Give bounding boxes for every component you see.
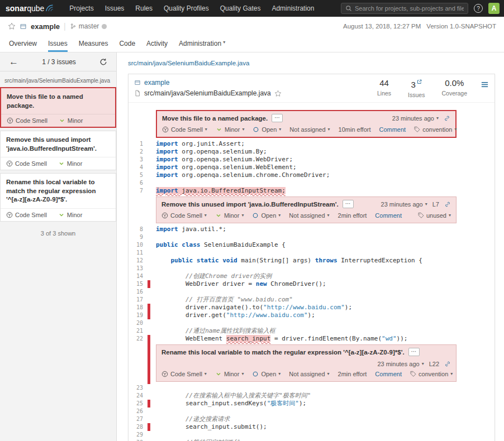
issue-status-dropdown[interactable]: Open▾ xyxy=(252,371,280,377)
nav-item-quality-profiles[interactable]: Quality Profiles xyxy=(158,0,215,17)
line-number[interactable]: 16 xyxy=(129,288,148,296)
tab-issues[interactable]: Issues xyxy=(42,36,73,52)
issue-more-actions-button[interactable]: ⋯ xyxy=(343,200,354,208)
nav-item-administration[interactable]: Administration xyxy=(266,0,320,17)
issue-location[interactable]: search_input xyxy=(226,335,270,342)
issue-comment-button[interactable]: Comment xyxy=(375,371,402,377)
issue-comment-button[interactable]: Comment xyxy=(375,212,402,219)
line-number[interactable]: 11 xyxy=(129,249,148,257)
global-search[interactable] xyxy=(341,3,468,14)
breadcrumb-file-link[interactable]: src/main/java/SeleniumBaiduExample.java xyxy=(128,60,249,66)
inline-issue-title[interactable]: Remove this unused import 'java.io.Buffe… xyxy=(161,200,339,209)
panel-menu-icon[interactable] xyxy=(481,80,489,89)
line-number[interactable]: 24 xyxy=(129,392,148,400)
line-number[interactable]: 14 xyxy=(129,272,148,280)
issue-changelog-dropdown[interactable]: 23 minutes ago▾ xyxy=(381,201,427,208)
line-number[interactable]: 8 xyxy=(129,226,148,233)
line-number[interactable]: 17 xyxy=(129,296,148,304)
inline-issue-title[interactable]: Move this file to a named package. xyxy=(162,114,268,123)
issue-assignee-dropdown[interactable]: Not assigned▾ xyxy=(289,371,329,377)
issue-line-number[interactable]: L7 xyxy=(432,201,439,208)
tab-administration[interactable]: Administration▾ xyxy=(173,36,231,52)
issue-card[interactable]: Remove this unused import 'java.io.Buffe… xyxy=(0,131,116,170)
help-button[interactable]: ? xyxy=(474,4,483,13)
line-number[interactable]: 4 xyxy=(129,164,148,171)
favorite-file-star-icon[interactable] xyxy=(274,90,282,97)
line-number[interactable]: 12 xyxy=(129,257,148,265)
issue-type-dropdown[interactable]: Code Smell▾ xyxy=(161,371,207,377)
line-number[interactable]: 3 xyxy=(129,156,148,164)
file-stat-lines[interactable]: 44Lines xyxy=(377,79,391,97)
issue-assignee-dropdown[interactable]: Not assigned▾ xyxy=(289,126,330,133)
code-lines: Move this file to a named package.⋯23 mi… xyxy=(129,103,495,441)
issue-status-dropdown[interactable]: Open▾ xyxy=(253,126,281,133)
issue-tags-dropdown[interactable]: convention▾ xyxy=(414,126,457,133)
issue-line-number[interactable]: L22 xyxy=(429,361,439,367)
issue-card[interactable]: Rename this local variable to match the … xyxy=(0,173,116,222)
tab-label: Issues xyxy=(48,40,68,52)
line-number[interactable]: 21 xyxy=(129,327,148,335)
issue-type-dropdown[interactable]: Code Smell▾ xyxy=(162,126,207,133)
user-avatar[interactable]: A xyxy=(488,3,500,14)
issue-type-dropdown[interactable]: Code Smell▾ xyxy=(161,212,207,219)
line-number[interactable]: 7 xyxy=(129,187,148,195)
tab-overview[interactable]: Overview xyxy=(3,36,42,52)
line-number[interactable]: 2 xyxy=(129,148,148,156)
file-stat-issues[interactable]: 3Issues xyxy=(408,79,425,98)
line-number[interactable]: 10 xyxy=(129,241,148,249)
inline-issue-title[interactable]: Rename this local variable to match the … xyxy=(161,348,405,357)
reload-button[interactable] xyxy=(99,58,107,66)
line-number[interactable]: 27 xyxy=(129,415,148,423)
search-input[interactable] xyxy=(355,5,464,12)
permalink-icon[interactable] xyxy=(444,361,451,367)
nav-item-issues[interactable]: Issues xyxy=(99,0,130,17)
issue-changelog-dropdown[interactable]: 23 minutes ago▾ xyxy=(392,115,439,122)
issue-assignee-dropdown[interactable]: Not assigned▾ xyxy=(289,212,329,219)
file-stat-coverage[interactable]: 0.0%Coverage xyxy=(441,79,467,97)
line-number[interactable]: 9 xyxy=(129,233,148,241)
branch-selector[interactable]: master xyxy=(70,22,108,30)
permalink-icon[interactable] xyxy=(444,115,450,122)
issue-location[interactable]: java.io.BufferedInputStream; xyxy=(178,187,286,194)
tab-code[interactable]: Code xyxy=(113,36,141,52)
issue-severity-dropdown[interactable]: Minor▾ xyxy=(216,126,245,133)
tab-measures[interactable]: Measures xyxy=(73,36,114,52)
line-number[interactable]: 20 xyxy=(129,319,148,327)
issue-comment-button[interactable]: Comment xyxy=(379,126,406,133)
nav-item-quality-gates[interactable]: Quality Gates xyxy=(215,0,267,17)
back-button[interactable]: ← xyxy=(9,57,18,66)
line-number[interactable]: 26 xyxy=(129,408,148,415)
tab-activity[interactable]: Activity xyxy=(141,36,173,52)
line-number[interactable]: 29 xyxy=(129,431,148,439)
line-number[interactable]: 22 xyxy=(129,335,148,343)
favorite-star-icon[interactable] xyxy=(8,22,16,30)
issue-more-actions-button[interactable]: ⋯ xyxy=(272,114,283,122)
line-number[interactable]: 19 xyxy=(129,311,148,319)
nav-item-rules[interactable]: Rules xyxy=(130,0,158,17)
issue-more-actions-button[interactable]: ⋯ xyxy=(408,348,420,356)
issue-card[interactable]: Move this file to a named package.Code S… xyxy=(0,87,116,128)
project-name[interactable]: example xyxy=(31,22,60,31)
issue-tags-dropdown[interactable]: convention▾ xyxy=(410,371,453,377)
line-number[interactable]: 30 xyxy=(129,439,148,441)
nav-item-projects[interactable]: Projects xyxy=(64,0,99,17)
permalink-icon[interactable] xyxy=(444,201,451,208)
line-number[interactable]: 28 xyxy=(129,423,148,431)
line-number[interactable]: 5 xyxy=(129,171,148,179)
line-number[interactable]: 15 xyxy=(129,280,148,288)
issue-severity-dropdown[interactable]: Minor▾ xyxy=(215,371,244,377)
sonarqube-logo[interactable]: sonarqube xyxy=(0,4,64,13)
line-number[interactable]: 18 xyxy=(129,304,148,311)
issue-location[interactable]: import xyxy=(156,187,178,194)
line-number[interactable]: 23 xyxy=(129,384,148,392)
issue-severity-dropdown[interactable]: Minor▾ xyxy=(215,212,244,219)
project-link[interactable]: example xyxy=(144,79,169,87)
issue-changelog-dropdown[interactable]: 23 minutes ago▾ xyxy=(377,361,424,367)
external-link-icon[interactable] xyxy=(417,78,422,86)
issue-status-dropdown[interactable]: Open▾ xyxy=(252,212,280,219)
line-number[interactable]: 13 xyxy=(129,265,148,272)
line-number[interactable]: 1 xyxy=(129,140,148,148)
issue-tags-dropdown[interactable]: unused▾ xyxy=(418,212,451,219)
line-number[interactable]: 6 xyxy=(129,179,148,187)
line-number[interactable]: 25 xyxy=(129,400,148,408)
